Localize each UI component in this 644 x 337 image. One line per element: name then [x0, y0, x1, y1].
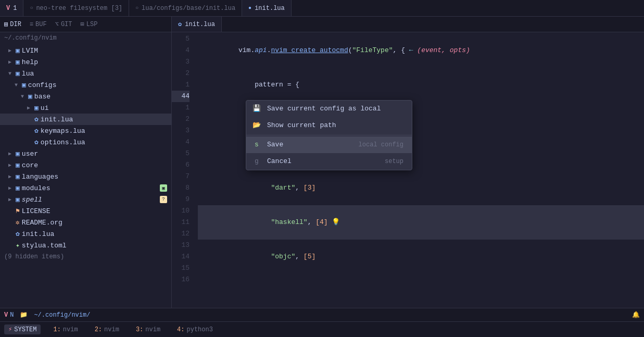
sidebar-tool-git[interactable]: ⌥ GIT	[55, 20, 72, 28]
folder-icon: ▣	[16, 172, 20, 181]
cancel-key: setup	[385, 156, 403, 167]
git-label: GIT	[61, 21, 72, 28]
term-label-4: python3	[187, 326, 213, 333]
context-menu[interactable]: 💾 Save current config as local 📂 Show cu…	[246, 100, 412, 170]
code-line	[198, 285, 644, 297]
spell-badge: ?	[160, 196, 167, 203]
term-label-3: nvim	[145, 326, 160, 333]
status-mode: V N	[4, 311, 14, 319]
save-icon: s	[252, 139, 261, 151]
lua-tab-label: lua/configs/base/init.lua	[142, 5, 235, 12]
line-num: 8	[172, 182, 190, 194]
sidebar-item-readme[interactable]: ▶ ✲ README.org	[0, 217, 171, 228]
context-menu-item-show-path[interactable]: 📂 Show current path	[246, 117, 412, 134]
line-num: 4	[172, 136, 190, 148]
init-tab[interactable]: ● init.lua	[242, 0, 292, 16]
neo-tree-tab-label: neo-tree filesystem [3]	[36, 5, 122, 12]
sidebar-item-languages[interactable]: ▶ ▣ languages	[0, 171, 171, 182]
editor-area: ✿ init.lua 5 4 3 2 1 44 1 2 3 4 5 6 7 8	[172, 17, 644, 308]
sidebar-item-help[interactable]: ▶ ▣ help	[0, 56, 171, 68]
save-local-label: Save current config as local	[267, 103, 381, 115]
line-num: 12	[172, 228, 190, 240]
context-menu-item-cancel[interactable]: g Cancel setup	[246, 153, 412, 170]
init-tab-label: init.lua	[255, 5, 285, 12]
vim-tab[interactable]: V 1	[0, 0, 23, 16]
chevron-down-icon: ▼	[21, 94, 26, 99]
lua-tab[interactable]: ○ lua/configs/base/init.lua	[129, 0, 242, 16]
sidebar-item-options[interactable]: ▶ ✿ options.lua	[0, 136, 171, 148]
status-path: ~/.config/nvim/	[34, 311, 90, 319]
toml-file-icon: ✦	[16, 241, 20, 249]
context-menu-item-save[interactable]: s Save local config	[246, 136, 412, 153]
code-line: "dart", [3]	[198, 171, 644, 205]
sidebar-root-label: ~/.config/nvim	[0, 32, 171, 44]
ui-label: ui	[41, 104, 49, 112]
code-line: "objc", [5]	[198, 240, 644, 274]
sidebar-item-init-lua[interactable]: ▶ ✿ init.lua	[0, 114, 171, 125]
line-num: 16	[172, 274, 190, 285]
sidebar-toolbar: ▤ DIR ≡ BUF ⌥ GIT ⊞ LSP	[0, 17, 171, 32]
terminal-3[interactable]: 3: nvim	[132, 325, 165, 334]
sidebar-item-user[interactable]: ▶ ▣ user	[0, 148, 171, 159]
active-dot-icon: ●	[248, 5, 251, 11]
sidebar-tool-lsp[interactable]: ⊞ LSP	[81, 20, 98, 28]
license-label: LICENSE	[22, 207, 50, 215]
term-num-1: 1:	[53, 326, 60, 333]
line-num: 14	[172, 251, 190, 263]
stylua-label: stylua.toml	[22, 242, 67, 249]
lua-file-icon: ✿	[34, 138, 39, 146]
lightning-icon: ⚡	[8, 326, 12, 333]
code-line-highlight: "haskell", [4] 💡	[198, 205, 644, 240]
main-layout: ▤ DIR ≡ BUF ⌥ GIT ⊞ LSP ~/.config/nvim ▶	[0, 17, 644, 308]
tab-bar: V 1 ○ neo-tree filesystem [3] ○ lua/conf…	[0, 0, 644, 17]
line-num: 2	[172, 114, 190, 125]
sidebar-item-lvim[interactable]: ▶ ▣ LVIM	[0, 45, 171, 56]
neo-tree-tab[interactable]: ○ neo-tree filesystem [3]	[23, 0, 129, 16]
folder-icon: ▣	[16, 149, 20, 158]
buf-icon: ≡	[30, 21, 33, 28]
chevron-right-icon: ▶	[8, 47, 14, 54]
save-label: Save	[267, 139, 283, 151]
terminal-4[interactable]: 4: python3	[173, 325, 217, 334]
sidebar-item-keymaps[interactable]: ▶ ✿ keymaps.lua	[0, 125, 171, 136]
user-label: user	[22, 150, 38, 158]
context-menu-item-save-local[interactable]: 💾 Save current config as local	[246, 101, 412, 117]
terminal-1[interactable]: 1: nvim	[49, 325, 82, 334]
spell-label: spell	[22, 196, 42, 204]
options-label: options.lua	[41, 139, 85, 146]
folder-icon: ▣	[16, 58, 20, 66]
languages-label: languages	[22, 173, 58, 181]
line-num: 5	[172, 148, 190, 159]
sidebar-tool-dir[interactable]: ▤ DIR	[4, 20, 21, 28]
init-lua-label: init.lua	[41, 116, 73, 123]
hidden-items-count: (9 hidden items)	[0, 251, 171, 263]
tab-number: 1	[13, 5, 17, 12]
sidebar-item-modules[interactable]: ▶ ▣ modules ▣	[0, 182, 171, 194]
line-num: 6	[172, 159, 190, 171]
sidebar-item-configs[interactable]: ▼ ▣ configs	[0, 79, 171, 91]
sidebar-item-stylua[interactable]: ▶ ✦ stylua.toml	[0, 240, 171, 251]
dir-label: DIR	[10, 21, 21, 28]
sidebar-tool-buf[interactable]: ≡ BUF	[30, 21, 47, 28]
code-editor[interactable]: 5 4 3 2 1 44 1 2 3 4 5 6 7 8 9 10 11 12 …	[172, 32, 644, 308]
sidebar-item-base[interactable]: ▼ ▣ base	[0, 91, 171, 102]
help-label: help	[22, 58, 38, 66]
sidebar-item-lua[interactable]: ▼ ▣ lua	[0, 68, 171, 79]
sidebar-tree: ▶ ▣ LVIM ▶ ▣ help ▼ ▣ lua ▼ ▣ configs ▼	[0, 44, 171, 308]
save-local-icon: 💾	[252, 103, 261, 115]
sidebar-item-init-root[interactable]: ▶ ✿ init.lua	[0, 228, 171, 240]
line-num: 3	[172, 56, 190, 68]
terminal-2[interactable]: 2: nvim	[91, 325, 123, 334]
dot-icon: ○	[135, 5, 138, 11]
terminal-system[interactable]: ⚡ SYSTEM	[4, 324, 41, 334]
lua-label: lua	[22, 70, 34, 78]
sidebar-item-spell[interactable]: ▶ ▣ spell ?	[0, 194, 171, 205]
editor-tab-init[interactable]: ✿ init.lua	[172, 17, 222, 32]
sidebar-item-license[interactable]: ▶ ⚑ LICENSE	[0, 205, 171, 217]
chevron-right-icon: ▶	[8, 162, 14, 168]
term-label-2: nvim	[104, 326, 119, 333]
code-content[interactable]: vim.api.nvim_create_autocmd("FileType", …	[194, 32, 644, 308]
sidebar-item-core[interactable]: ▶ ▣ core	[0, 159, 171, 171]
sidebar-item-ui[interactable]: ▶ ▣ ui	[0, 102, 171, 114]
readme-label: README.org	[22, 219, 62, 227]
